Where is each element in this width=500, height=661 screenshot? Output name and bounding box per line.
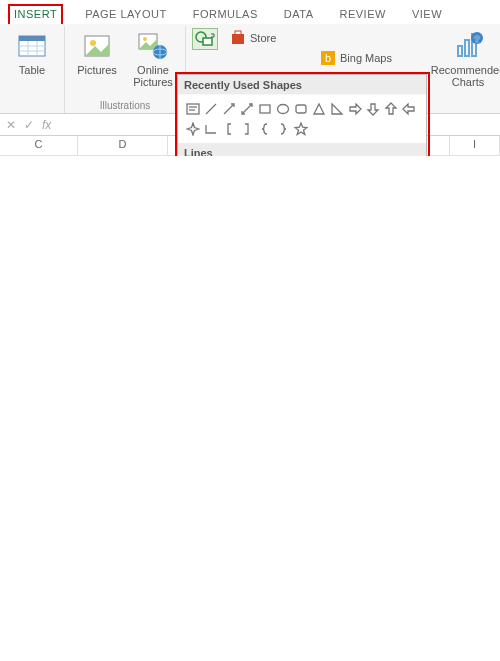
svg-line-27 <box>206 104 216 114</box>
bing-maps-button[interactable]: b Bing Maps <box>320 50 392 66</box>
illustrations-group-label: Illustrations <box>100 100 151 111</box>
svg-text:?: ? <box>474 34 480 44</box>
section-lines: Lines <box>178 143 426 156</box>
online-pictures-label: Online Pictures <box>127 64 179 88</box>
svg-point-7 <box>90 40 96 46</box>
svg-marker-37 <box>386 103 396 114</box>
section-recently-used: Recently Used Shapes <box>178 75 426 95</box>
bing-maps-label: Bing Maps <box>340 52 392 64</box>
shapes-dropdown-button[interactable] <box>192 28 218 50</box>
fx-icon[interactable]: fx <box>42 118 51 132</box>
svg-rect-30 <box>260 105 270 113</box>
shape-rbrkt[interactable] <box>238 120 256 138</box>
shape-lbrace[interactable] <box>256 120 274 138</box>
tab-review[interactable]: REVIEW <box>336 6 390 24</box>
shape-lineArrow[interactable] <box>220 100 238 118</box>
tab-view[interactable]: VIEW <box>408 6 446 24</box>
column-header-d[interactable]: D <box>78 136 168 156</box>
svg-point-9 <box>143 37 147 41</box>
svg-marker-33 <box>314 104 324 114</box>
shape-rbrace[interactable] <box>274 120 292 138</box>
store-label: Store <box>250 32 276 44</box>
shape-roundrect[interactable] <box>292 100 310 118</box>
shape-arrL[interactable] <box>400 100 418 118</box>
fx-cancel-icon[interactable]: ✕ <box>6 118 16 132</box>
shape-rtri[interactable] <box>328 100 346 118</box>
recommended-charts-label: Recommended Charts <box>431 64 500 88</box>
shape-tri[interactable] <box>310 100 328 118</box>
svg-marker-40 <box>295 123 307 135</box>
recommended-charts-button[interactable]: ? Recommended Charts <box>442 28 494 88</box>
column-header-c[interactable]: C <box>0 136 78 156</box>
table-label: Table <box>19 64 45 76</box>
svg-rect-14 <box>203 38 212 45</box>
pictures-icon <box>81 30 113 62</box>
shape-textbox[interactable] <box>184 100 202 118</box>
table-icon <box>16 30 48 62</box>
store-button[interactable]: Store <box>230 30 392 46</box>
fx-confirm-icon[interactable]: ✓ <box>24 118 34 132</box>
shape-line[interactable] <box>202 100 220 118</box>
shape-star4[interactable] <box>184 120 202 138</box>
shape-lineDbl[interactable] <box>238 100 256 118</box>
shape-oval[interactable] <box>274 100 292 118</box>
online-pictures-button[interactable]: Online Pictures <box>127 28 179 88</box>
svg-marker-35 <box>350 104 361 114</box>
pictures-button[interactable]: Pictures <box>71 28 123 88</box>
column-header-i[interactable]: I <box>450 136 500 156</box>
shape-arrD[interactable] <box>364 100 382 118</box>
shape-star5[interactable] <box>292 120 310 138</box>
shape-lbrkt[interactable] <box>220 120 238 138</box>
svg-rect-32 <box>296 105 306 113</box>
svg-marker-34 <box>332 104 342 114</box>
svg-rect-19 <box>458 46 462 56</box>
pictures-label: Pictures <box>77 64 117 76</box>
shape-arrU[interactable] <box>382 100 400 118</box>
svg-line-29 <box>242 104 252 114</box>
svg-point-31 <box>278 105 289 114</box>
tab-formulas[interactable]: FORMULAS <box>189 6 262 24</box>
tab-insert[interactable]: INSERT <box>8 4 63 24</box>
shape-elbow[interactable] <box>202 120 220 138</box>
svg-rect-20 <box>465 40 469 56</box>
svg-rect-24 <box>187 104 199 114</box>
svg-marker-36 <box>368 104 378 115</box>
tab-data[interactable]: DATA <box>280 6 318 24</box>
shapes-dropdown: Recently Used Shapes Lines Rectangles Ba… <box>177 74 427 156</box>
svg-text:b: b <box>325 52 331 64</box>
online-pictures-icon <box>137 30 169 62</box>
svg-marker-39 <box>187 123 199 135</box>
svg-rect-1 <box>19 36 45 41</box>
tab-page-layout[interactable]: PAGE LAYOUT <box>81 6 171 24</box>
svg-marker-38 <box>403 104 414 114</box>
table-button[interactable]: Table <box>6 28 58 76</box>
shape-rect[interactable] <box>256 100 274 118</box>
svg-line-28 <box>224 104 234 114</box>
shape-arrR[interactable] <box>346 100 364 118</box>
recommended-charts-icon: ? <box>452 30 484 62</box>
